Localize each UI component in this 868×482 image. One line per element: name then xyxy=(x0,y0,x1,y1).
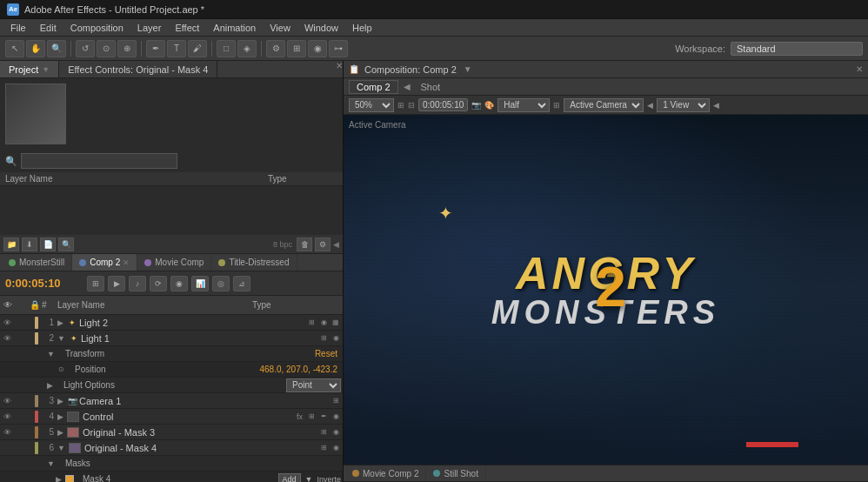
layer-5-visible[interactable]: 👁 xyxy=(2,428,12,437)
ctrl-graph[interactable]: 📊 xyxy=(191,276,209,291)
timeline-tab-title-distressed[interactable]: Title-Distressed xyxy=(211,254,297,271)
tab-project[interactable]: Project ▼ xyxy=(0,61,59,77)
right-tab-stillshot[interactable]: Still Shot xyxy=(426,465,485,481)
layer-3-name[interactable]: Camera 1 xyxy=(79,396,329,406)
mask4-invert-label[interactable]: Inverte xyxy=(317,475,341,483)
menu-layer[interactable]: Layer xyxy=(130,21,169,35)
tool-zoom[interactable]: 🔍 xyxy=(47,40,66,57)
mask4-add-btn[interactable]: Add xyxy=(278,473,301,483)
timeline-tab-comp2[interactable]: Comp 2 ✕ xyxy=(72,254,137,271)
layer-6-expand[interactable]: ▼ xyxy=(57,444,65,452)
layer-4-fx[interactable]: fx xyxy=(295,412,304,421)
viewer-ctrl-6[interactable]: ◀ xyxy=(647,101,653,110)
tool-brush[interactable]: 🖌 xyxy=(188,40,207,57)
project-search-input[interactable] xyxy=(21,153,177,169)
layer-6-ctrl-1[interactable]: ⊞ xyxy=(318,443,329,453)
camera-view-dropdown[interactable]: Active Camera Camera 1 xyxy=(564,98,644,112)
tool-pan[interactable]: ⊕ xyxy=(117,40,137,57)
layer-5-expand[interactable]: ▶ xyxy=(57,428,63,437)
layer-3-visible[interactable]: 👁 xyxy=(2,397,12,405)
layer-4-name[interactable]: Control xyxy=(83,412,293,422)
layer-2-visible[interactable]: 👁 xyxy=(2,334,12,343)
tool-puppet[interactable]: ◈ xyxy=(237,40,257,57)
left-panel-close[interactable]: ✕ xyxy=(336,61,343,77)
layer-2-ctrl-1[interactable]: ⊞ xyxy=(318,333,329,344)
viewer-ctrl-4[interactable]: 🎨 xyxy=(484,101,494,110)
right-tab-moviecomp2[interactable]: Movie Comp 2 xyxy=(345,465,426,481)
layer-4-expand[interactable]: ▶ xyxy=(57,412,63,421)
layer-4-ctrl-3[interactable]: ◉ xyxy=(331,412,341,422)
comp-tab-shot[interactable]: Shot xyxy=(414,81,448,93)
tool-shape[interactable]: □ xyxy=(217,40,236,57)
sub-masks-expand[interactable]: ▼ xyxy=(47,459,55,468)
menu-view[interactable]: View xyxy=(263,21,297,35)
menu-help[interactable]: Help xyxy=(345,21,379,35)
proj-arrow[interactable]: ◀ xyxy=(333,240,339,249)
proj-new-folder[interactable]: 📁 xyxy=(3,238,19,251)
tool-text[interactable]: T xyxy=(167,40,186,57)
proj-delete[interactable]: 🗑 xyxy=(297,238,312,251)
workspace-input[interactable] xyxy=(731,42,863,56)
light-options-dropdown[interactable]: Point Spot Ambient xyxy=(286,378,341,392)
layer-4-visible[interactable]: 👁 xyxy=(2,412,12,421)
layer-6-name[interactable]: Original - Mask 4 xyxy=(84,443,317,453)
comp-panel-menu[interactable]: ▼ xyxy=(464,64,472,74)
ctrl-3d[interactable]: ⊿ xyxy=(233,276,250,291)
layer-4-ctrl-2[interactable]: ✒ xyxy=(318,412,329,422)
ctrl-audio[interactable]: ♪ xyxy=(129,276,146,291)
proj-new-comp[interactable]: 📄 xyxy=(40,238,56,251)
proj-bpc[interactable]: 8 bpc xyxy=(271,240,294,249)
menu-composition[interactable]: Composition xyxy=(63,21,130,35)
layer-5-ctrl-1[interactable]: ⊞ xyxy=(318,427,329,438)
comp-tab-comp2[interactable]: Comp 2 xyxy=(349,80,398,94)
tool-orbit[interactable]: ⊙ xyxy=(97,40,116,57)
mask4-color-swatch[interactable] xyxy=(65,475,74,483)
tool-extra-3[interactable]: ◉ xyxy=(308,40,327,57)
timecode-viewer[interactable]: 0:00:05:10 xyxy=(418,98,468,111)
menu-file[interactable]: File xyxy=(3,21,33,35)
sub-mask4-expand[interactable]: ▶ xyxy=(56,475,62,483)
layer-2-name[interactable]: Light 1 xyxy=(81,333,317,344)
ctrl-render[interactable]: ⊞ xyxy=(87,276,104,291)
tool-extra-4[interactable]: ⊶ xyxy=(329,40,348,57)
ctrl-preview[interactable]: ▶ xyxy=(108,276,125,291)
viewer-ctrl-3[interactable]: 📷 xyxy=(471,101,481,110)
tool-select[interactable]: ↖ xyxy=(5,40,24,57)
viewer-ctrl-7[interactable]: ◀ xyxy=(713,101,719,110)
quality-dropdown[interactable]: Half Full Quarter xyxy=(497,98,550,112)
proj-settings[interactable]: ⚙ xyxy=(315,238,331,251)
layer-1-visible[interactable]: 👁 xyxy=(2,318,12,327)
layer-1-expand[interactable]: ▶ xyxy=(57,318,63,327)
tool-rotate[interactable]: ↺ xyxy=(76,40,95,57)
tab-close-comp2[interactable]: ✕ xyxy=(123,258,130,267)
ctrl-loop[interactable]: ⟳ xyxy=(150,276,167,291)
layer-1-ctrl-2[interactable]: ◉ xyxy=(318,318,329,328)
menu-edit[interactable]: Edit xyxy=(33,21,63,35)
ctrl-motion-blur[interactable]: ◎ xyxy=(212,276,230,291)
ctrl-mute[interactable]: ◉ xyxy=(170,276,188,291)
tool-pen[interactable]: ✒ xyxy=(146,40,165,57)
sub-light-expand[interactable]: ▶ xyxy=(47,381,53,390)
proj-import[interactable]: ⬇ xyxy=(22,238,37,251)
menu-effect[interactable]: Effect xyxy=(168,21,206,35)
viewer-ctrl-2[interactable]: ⊟ xyxy=(408,101,415,110)
layer-6-ctrl-2[interactable]: ◉ xyxy=(331,443,341,453)
sub-transform-reset[interactable]: Reset xyxy=(315,349,337,358)
menu-window[interactable]: Window xyxy=(297,21,345,35)
proj-find[interactable]: 🔍 xyxy=(58,238,74,251)
view-layout-dropdown[interactable]: 1 View 2 Views 4 Views xyxy=(657,98,710,112)
viewer-ctrl-5[interactable]: ⊞ xyxy=(553,101,560,110)
tool-extra-2[interactable]: ⊞ xyxy=(287,40,306,57)
sub-transform-expand[interactable]: ▼ xyxy=(47,350,55,358)
sub-position-value[interactable]: 468.0, 207.0, -423.2 xyxy=(259,365,337,374)
comp-panel-close[interactable]: ✕ xyxy=(856,64,863,74)
layer-2-ctrl-2[interactable]: ◉ xyxy=(331,333,341,344)
timeline-tab-moviecomp[interactable]: Movie Comp xyxy=(137,254,211,271)
project-menu-icon[interactable]: ▼ xyxy=(42,65,50,74)
layer-4-ctrl-1[interactable]: ⊞ xyxy=(306,412,317,422)
layer-1-name[interactable]: Light 2 xyxy=(79,318,304,328)
layer-5-ctrl-2[interactable]: ◉ xyxy=(331,427,341,438)
layer-5-name[interactable]: Original - Mask 3 xyxy=(83,427,317,438)
layer-1-ctrl-3[interactable]: ▦ xyxy=(331,318,341,328)
viewer-ctrl-1[interactable]: ⊞ xyxy=(397,101,404,110)
